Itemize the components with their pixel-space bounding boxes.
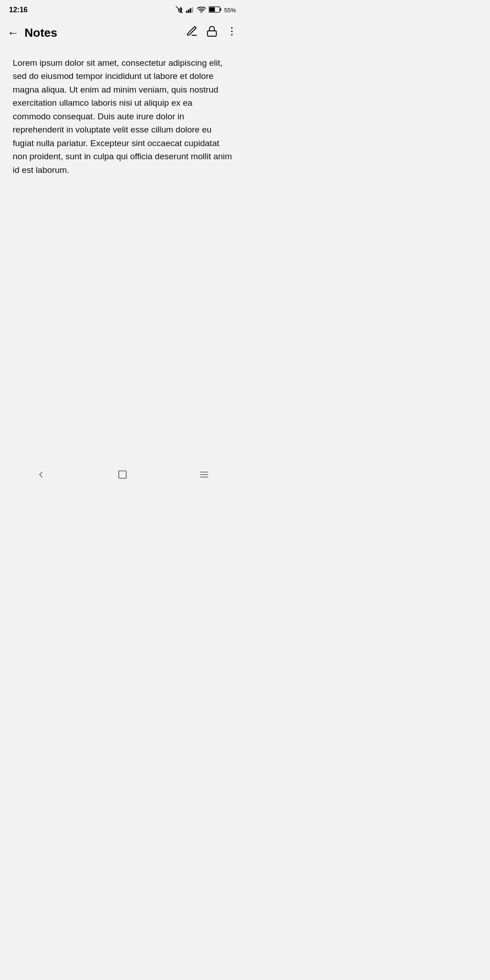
status-bar: 12:16 — [0, 0, 245, 18]
mute-icon — [175, 5, 183, 15]
status-time: 12:16 — [9, 6, 28, 14]
battery-percent: 55% — [224, 7, 236, 14]
svg-rect-2 — [188, 10, 189, 13]
app-bar: ← Notes — [0, 18, 245, 47]
bottom-nav — [0, 463, 245, 490]
battery-icon — [209, 6, 221, 14]
nav-home-button[interactable] — [109, 466, 136, 484]
svg-rect-4 — [191, 7, 193, 13]
back-button[interactable]: ← — [7, 27, 19, 39]
edit-icon[interactable] — [186, 25, 198, 40]
note-content-area[interactable]: Lorem ipsum dolor sit amet, consectetur … — [0, 47, 245, 186]
note-text: Lorem ipsum dolor sit amet, consectetur … — [13, 56, 232, 176]
status-icons: 55% — [175, 5, 236, 15]
lock-icon[interactable] — [206, 25, 218, 40]
nav-back-button[interactable] — [27, 466, 54, 484]
svg-rect-13 — [119, 471, 127, 479]
svg-point-11 — [231, 30, 232, 32]
page-title: Notes — [24, 26, 186, 40]
wifi-icon — [197, 6, 206, 15]
toolbar-icons — [186, 25, 238, 40]
svg-point-10 — [231, 27, 232, 29]
svg-rect-3 — [190, 8, 191, 13]
signal-icon — [186, 6, 194, 15]
more-options-icon[interactable] — [226, 25, 238, 40]
svg-rect-1 — [186, 10, 187, 13]
svg-rect-8 — [209, 7, 215, 12]
svg-point-12 — [231, 34, 232, 35]
svg-rect-9 — [207, 31, 216, 36]
svg-rect-7 — [220, 8, 221, 10]
nav-menu-button[interactable] — [191, 466, 218, 484]
svg-point-5 — [201, 12, 202, 13]
